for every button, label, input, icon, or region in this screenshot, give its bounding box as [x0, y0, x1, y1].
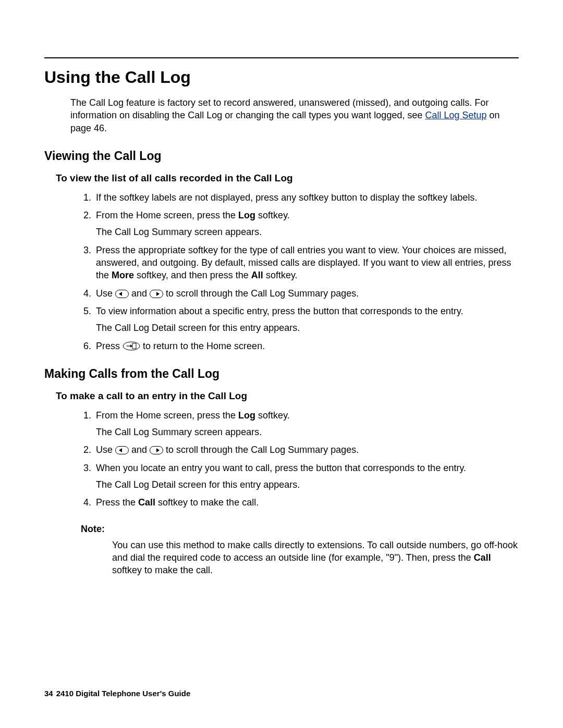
text: Press: [96, 341, 123, 351]
text: From the Home screen, press the: [96, 210, 238, 220]
left-arrow-icon: [115, 446, 129, 454]
subsection-heading-make-call: To make a call to an entry in the Call L…: [56, 390, 519, 402]
step-result: The Call Log Summary screen appears.: [96, 426, 519, 438]
text: softkey to make the call.: [155, 497, 259, 508]
page: Using the Call Log The Call Log feature …: [0, 0, 563, 728]
right-arrow-icon: [150, 290, 163, 298]
call-log-setup-link[interactable]: Call Log Setup: [425, 110, 486, 120]
view-step-6: Press to return to the Home screen.: [94, 340, 519, 352]
left-arrow-icon: [115, 290, 129, 298]
text: to return to the Home screen.: [143, 341, 265, 351]
view-step-1: If the softkey labels are not displayed,…: [94, 191, 519, 204]
bold-text: All: [251, 270, 263, 280]
bold-text: Call: [474, 552, 491, 563]
note-label: Note:: [81, 524, 519, 535]
view-step-4: Use and to scroll through the Call Log S…: [94, 287, 519, 300]
step-result: The Call Log Detail screen for this entr…: [96, 322, 519, 334]
view-step-2: From the Home screen, press the Log soft…: [94, 209, 519, 239]
text: and: [131, 445, 150, 455]
text: softkey.: [255, 410, 290, 421]
view-step-3: Press the appropriate softkey for the ty…: [94, 244, 519, 282]
bold-text: Log: [238, 210, 255, 220]
text: Press the: [96, 497, 138, 508]
subsection-heading-view-list: To view the list of all calls recorded i…: [56, 172, 519, 184]
text: To view information about a specific ent…: [96, 306, 463, 316]
bold-text: Call: [138, 497, 155, 508]
footer-title: 2410 Digital Telephone User's Guide: [56, 689, 191, 698]
text: You can use this method to make calls di…: [112, 540, 518, 563]
text: to scroll through the Call Log Summary p…: [166, 445, 359, 455]
make-steps-list: From the Home screen, press the Log soft…: [78, 409, 519, 509]
view-step-5: To view information about a specific ent…: [94, 305, 519, 335]
horizontal-rule: [44, 57, 519, 58]
text: Use: [96, 288, 115, 299]
right-arrow-icon: [150, 446, 163, 454]
make-step-1: From the Home screen, press the Log soft…: [94, 409, 519, 439]
text: softkey, and then press the: [134, 270, 251, 280]
text: Use: [96, 445, 115, 455]
bold-text: More: [112, 270, 134, 280]
step-result: The Call Log Detail screen for this entr…: [96, 478, 519, 491]
section-heading-making-calls: Making Calls from the Call Log: [44, 367, 519, 381]
page-footer: 342410 Digital Telephone User's Guide: [44, 689, 190, 698]
text: From the Home screen, press the: [96, 410, 238, 421]
bold-text: Log: [238, 410, 255, 421]
text: and: [131, 288, 150, 299]
page-title: Using the Call Log: [44, 68, 519, 87]
make-step-2: Use and to scroll through the Call Log S…: [94, 443, 519, 456]
text: When you locate an entry you want to cal…: [96, 463, 466, 473]
intro-paragraph: The Call Log feature is factory set to r…: [70, 96, 519, 134]
exit-icon: [123, 341, 140, 351]
section-heading-viewing: Viewing the Call Log: [44, 149, 519, 163]
text: to scroll through the Call Log Summary p…: [166, 288, 359, 299]
text: softkey.: [255, 210, 290, 220]
make-step-4: Press the Call softkey to make the call.: [94, 496, 519, 509]
text: softkey to make the call.: [112, 565, 213, 575]
view-steps-list: If the softkey labels are not displayed,…: [78, 191, 519, 352]
note-body: You can use this method to make calls di…: [112, 539, 519, 577]
text: softkey.: [263, 270, 298, 280]
page-number: 34: [44, 689, 53, 698]
make-step-3: When you locate an entry you want to cal…: [94, 462, 519, 491]
step-result: The Call Log Summary screen appears.: [96, 226, 519, 238]
